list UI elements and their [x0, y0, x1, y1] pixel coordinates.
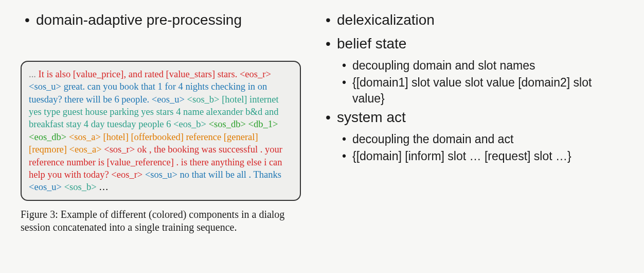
dialog-token: … — [99, 182, 109, 192]
right-bullet-text: belief state — [337, 36, 406, 52]
right-bullet-text: {[domain] [inform] slot … [request] slot… — [352, 149, 571, 163]
right-bullet: {[domain1] slot value slot value [domain… — [321, 75, 623, 107]
right-bullet-text: delexicalization — [337, 12, 435, 28]
left-title: domain-adaptive pre-processing — [21, 10, 306, 30]
right-bullet-text: system act — [337, 109, 406, 125]
right-bullet-text: {[domain1] slot value slot value [domain… — [352, 76, 592, 105]
right-bullet-text: decoupling domain and slot names — [352, 59, 535, 72]
right-bullet: system act — [321, 108, 623, 127]
dialog-token: <sos_b> — [64, 182, 99, 192]
right-bullet: decoupling domain and slot names — [321, 58, 623, 74]
dialog-token: It is also [value_price], and rated [val… — [39, 69, 271, 79]
dialog-example-box: ... It is also [value_price], and rated … — [21, 61, 301, 201]
left-title-text: domain-adaptive pre-processing — [36, 12, 242, 28]
dialog-token: ... — [29, 69, 39, 79]
right-bullet: delexicalization — [321, 10, 623, 30]
right-bullet-text: decoupling the domain and act — [352, 132, 513, 146]
right-bullet-list: delexicalizationbelief statedecoupling d… — [306, 10, 623, 263]
right-bullet: decoupling the domain and act — [321, 131, 623, 147]
right-bullet: belief state — [321, 34, 623, 54]
figure-caption: Figure 3: Example of different (colored)… — [21, 208, 301, 234]
right-bullet: {[domain] [inform] slot … [request] slot… — [321, 148, 623, 164]
